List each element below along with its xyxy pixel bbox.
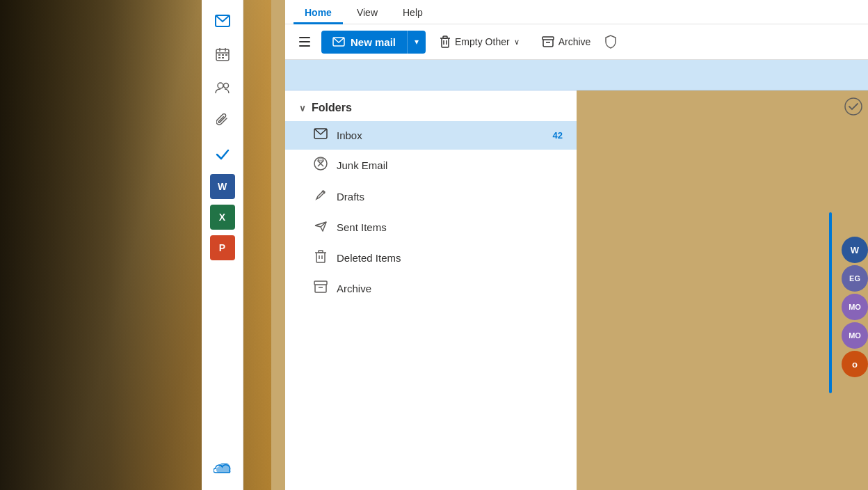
ribbon-tabs: Home View Help bbox=[285, 0, 868, 24]
sent-icon bbox=[313, 219, 328, 235]
sidebar-item-people[interactable] bbox=[209, 74, 236, 102]
hamburger-line-3 bbox=[299, 45, 310, 47]
tab-view[interactable]: View bbox=[346, 0, 389, 24]
folder-item-sent[interactable]: Sent Items bbox=[285, 212, 577, 242]
sidebar-item-todo[interactable] bbox=[209, 141, 236, 168]
new-mail-label: New mail bbox=[351, 36, 396, 48]
svg-rect-22 bbox=[319, 251, 323, 253]
new-mail-button[interactable]: New mail bbox=[321, 31, 407, 54]
hamburger-line-2 bbox=[299, 41, 310, 42]
sidebar-item-onedrive[interactable] bbox=[209, 455, 236, 483]
deleted-label: Deleted Items bbox=[337, 252, 563, 264]
tab-help[interactable]: Help bbox=[392, 0, 434, 24]
svg-rect-7 bbox=[225, 54, 227, 56]
dropdown-arrow: ▾ bbox=[415, 37, 419, 47]
folders-chevron: ∨ bbox=[299, 103, 306, 113]
folder-panel: ∨ Folders Inbox 42 bbox=[285, 90, 577, 490]
archive-button[interactable]: Archive bbox=[533, 31, 600, 53]
inbox-count: 42 bbox=[553, 130, 563, 141]
svg-rect-13 bbox=[443, 36, 447, 38]
svg-rect-9 bbox=[222, 57, 224, 58]
avatar-mo-1: MO bbox=[842, 294, 868, 320]
sidebar-nav: W X P bbox=[202, 0, 243, 490]
archive-folder-icon bbox=[313, 280, 328, 297]
svg-rect-8 bbox=[218, 57, 220, 58]
folder-item-drafts[interactable]: Drafts bbox=[285, 181, 577, 212]
app-main: Home View Help New mail bbox=[285, 0, 868, 490]
trash-icon bbox=[440, 35, 451, 48]
tab-home[interactable]: Home bbox=[294, 0, 343, 24]
folder-item-archive[interactable]: Archive bbox=[285, 274, 577, 303]
svg-rect-6 bbox=[222, 54, 224, 56]
folder-item-junk[interactable]: Junk Email bbox=[285, 150, 577, 181]
sent-label: Sent Items bbox=[337, 221, 563, 233]
archive-folder-label: Archive bbox=[337, 283, 563, 294]
folder-item-deleted[interactable]: Deleted Items bbox=[285, 242, 577, 274]
avatar-o: o bbox=[842, 351, 868, 377]
folders-header[interactable]: ∨ Folders bbox=[285, 90, 577, 121]
main-content-area: ∨ Folders Inbox 42 bbox=[285, 90, 868, 490]
hamburger-button[interactable] bbox=[294, 31, 316, 53]
inbox-label: Inbox bbox=[337, 129, 545, 141]
mail-envelope-icon bbox=[332, 37, 345, 47]
sidebar-item-mail[interactable] bbox=[209, 7, 236, 35]
inbox-icon bbox=[313, 128, 328, 143]
sidebar-item-calendar[interactable] bbox=[209, 40, 236, 68]
svg-rect-5 bbox=[218, 54, 220, 56]
folder-item-inbox[interactable]: Inbox 42 bbox=[285, 121, 577, 150]
ribbon: Home View Help New mail bbox=[285, 0, 868, 60]
svg-point-10 bbox=[218, 83, 223, 88]
sidebar-item-attachments[interactable] bbox=[209, 107, 236, 135]
ribbon-actions: New mail ▾ Empty Other ∨ bbox=[285, 24, 868, 59]
drafts-label: Drafts bbox=[337, 191, 563, 203]
drafts-icon bbox=[313, 188, 328, 205]
junk-icon bbox=[313, 157, 328, 174]
avatar-list: W EG MO MO o bbox=[842, 237, 868, 377]
sidebar-item-powerpoint[interactable]: P bbox=[210, 235, 235, 260]
svg-point-11 bbox=[223, 84, 228, 88]
avatar-w: W bbox=[842, 237, 868, 263]
check-circle-icon[interactable] bbox=[844, 97, 862, 118]
sidebar-item-excel[interactable]: X bbox=[210, 205, 235, 230]
security-icon bbox=[604, 35, 617, 49]
archive-label: Archive bbox=[558, 36, 591, 47]
empty-other-label: Empty Other bbox=[455, 36, 510, 47]
svg-point-27 bbox=[845, 98, 862, 115]
scroll-indicator bbox=[829, 212, 832, 393]
svg-rect-25 bbox=[314, 281, 327, 285]
svg-rect-16 bbox=[542, 37, 554, 40]
deleted-icon bbox=[313, 249, 328, 267]
junk-label: Junk Email bbox=[337, 159, 563, 171]
empty-other-chevron: ∨ bbox=[514, 38, 520, 47]
new-mail-dropdown-button[interactable]: ▾ bbox=[407, 31, 426, 54]
email-list-area: W EG MO MO o bbox=[577, 90, 868, 490]
avatar-mo-2: MO bbox=[842, 322, 868, 349]
folders-title: Folders bbox=[312, 102, 352, 114]
new-mail-button-group: New mail ▾ bbox=[321, 31, 426, 54]
empty-other-button[interactable]: Empty Other ∨ bbox=[431, 30, 528, 54]
filter-bar bbox=[285, 60, 868, 90]
sidebar-item-word[interactable]: W bbox=[210, 174, 235, 199]
archive-icon bbox=[542, 36, 554, 47]
hamburger-line-1 bbox=[299, 37, 310, 38]
avatar-eg: EG bbox=[842, 265, 868, 292]
